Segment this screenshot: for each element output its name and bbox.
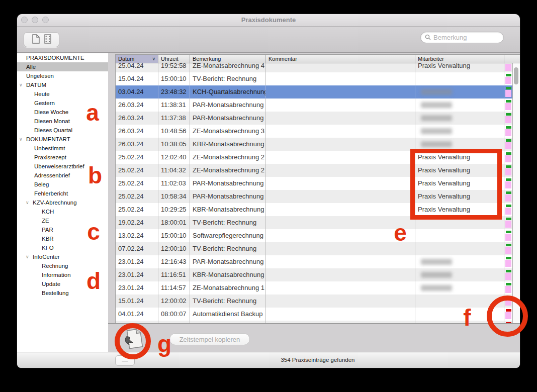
cell-uhrzeit: 12:00:10 (158, 242, 190, 255)
table-header: Datum∨UhrzeitBemerkungKommentarMitarbeit… (116, 54, 520, 63)
view-mode-control (24, 32, 59, 47)
sidebar-item-information[interactable]: Information (17, 270, 108, 279)
copy-timestamp-button[interactable]: Zeitstempel kopieren (169, 333, 250, 345)
cell-kommentar (266, 229, 415, 242)
table-row[interactable]: 15.04.2415:00:10TV-Bericht: Rechnung (116, 72, 512, 85)
table-row[interactable]: 25.02.2410:58:34PAR-MonatsabrechnungPrax… (116, 190, 512, 203)
document-view-icon[interactable] (32, 34, 40, 46)
status-badge (504, 255, 512, 268)
sidebar-item-label: Beleg (34, 181, 49, 187)
pink-status-square (505, 168, 511, 175)
cell-mitarbeiter (415, 72, 504, 85)
cell-mitarbeiter: Praxis Verwaltung (415, 177, 504, 190)
sidebar-item-diese-woche[interactable]: Diese Woche (17, 108, 108, 117)
sidebar-item-par[interactable]: PAR (17, 225, 108, 234)
copy-document-icon[interactable] (121, 326, 147, 354)
sidebar-item-praxisdokumente[interactable]: PRAXISDOKUMENTE (17, 53, 108, 62)
filmstrip-view-icon[interactable] (44, 34, 51, 46)
scrollbar-thumb[interactable] (514, 67, 518, 84)
chevron-down-icon[interactable]: ∨ (26, 198, 29, 207)
status-badge (504, 177, 512, 190)
cell-datum: 25.02.24 (116, 151, 158, 164)
sidebar-item-dieses-quartal[interactable]: Dieses Quartal (17, 126, 108, 135)
table-row[interactable]: 19.02.2418:00:01TV-Bericht: Rechnung (116, 216, 512, 229)
app-window: Praxisdokumente (17, 14, 520, 368)
cell-uhrzeit: 15:00:10 (158, 229, 190, 242)
close-window-icon[interactable] (21, 17, 28, 23)
sidebar-item-kbr[interactable]: KBR (17, 234, 108, 243)
sidebar-item-ungelesen[interactable]: Ungelesen (17, 71, 108, 80)
sidebar-item--berweiserarztbrief[interactable]: Überweiserarztbrief (17, 162, 108, 171)
table-rows-viewport: 25.04.2419:52:58ZE-Monatsabrechnung 4Pra… (116, 63, 512, 323)
cell-datum: 07.02.24 (116, 242, 158, 255)
column-header-mitarbeiter[interactable]: Mitarbeiter (415, 55, 504, 63)
scrollbar-track[interactable] (512, 63, 520, 323)
cell-kommentar (266, 151, 415, 164)
sidebar-item-diesen-monat[interactable]: Diesen Monat (17, 117, 108, 126)
cell-bemerkung: KBR-Monatsabrechnung (190, 203, 266, 216)
sidebar-item-fehlerbericht[interactable]: Fehlerbericht (17, 189, 108, 198)
table-row[interactable]: 25.02.2411:02:03PAR-MonatsabrechnungPrax… (116, 177, 512, 190)
table-row[interactable]: 15.01.2412:00:02TV-Bericht: Rechnung (116, 295, 512, 308)
cell-datum: 26.03.24 (116, 125, 158, 138)
status-text: 354 Praxiseinträge gefunden (116, 357, 520, 363)
sidebar-item-kzv-abrechnung[interactable]: ∨KZV-Abrechnung (17, 198, 108, 207)
cell-uhrzeit: 10:48:56 (158, 125, 190, 138)
sidebar-item-beleg[interactable]: Beleg (17, 180, 108, 189)
sidebar-item-rechnung[interactable]: Rechnung (17, 261, 108, 270)
table-row[interactable]: 26.03.2410:48:56ZE-Monatsabrechnung 3 (116, 125, 512, 138)
column-header-uhrzeit[interactable]: Uhrzeit (158, 55, 190, 63)
table-row[interactable]: 25.02.2412:02:40ZE-Monatsabrechnung 2Pra… (116, 151, 512, 164)
table-row[interactable]: 04.01.2408:00:07Automatikdienst Backup (116, 308, 512, 321)
column-header-kommentar[interactable]: Kommentar (266, 55, 415, 63)
sidebar-item-update[interactable]: Update (17, 279, 108, 288)
cell-kommentar (266, 190, 415, 203)
titlebar: Praxisdokumente (17, 14, 520, 27)
status-badge (504, 112, 512, 125)
table-row[interactable]: 23.01.2412:16:43PAR-Monatsabrechnung (116, 255, 512, 268)
cell-uhrzeit: 11:02:03 (158, 177, 190, 190)
column-header-datum[interactable]: Datum∨ (116, 55, 158, 63)
table-row[interactable]: 13.02.2415:00:10Softwarepflegerechnung (116, 229, 512, 242)
table-row[interactable]: 25.04.2419:52:58ZE-Monatsabrechnung 4Pra… (116, 63, 512, 72)
sidebar-item-datum[interactable]: ∨DATUM (17, 80, 108, 89)
sidebar-item-alle[interactable]: Alle (17, 62, 108, 71)
table-row[interactable]: 26.03.2411:37:38PAR-Monatsabrechnung (116, 112, 512, 125)
cell-uhrzeit: 19:52:58 (158, 63, 190, 72)
green-status-dash (506, 205, 511, 207)
chevron-down-icon[interactable]: ∨ (26, 252, 29, 261)
zoom-window-icon[interactable] (42, 17, 49, 23)
search-input[interactable] (433, 34, 520, 41)
column-header-spacer (512, 55, 520, 63)
minimize-window-icon[interactable] (32, 17, 38, 23)
chevron-down-icon[interactable]: ∨ (19, 135, 23, 144)
sidebar-item-bestellung[interactable]: Bestellung (17, 288, 108, 298)
sidebar-item-label: Fehlerbericht (34, 190, 68, 197)
sidebar-item-infocenter[interactable]: ∨InfoCenter (17, 252, 108, 261)
sidebar-item-kfo[interactable]: KFO (17, 243, 108, 252)
cell-uhrzeit: 10:29:25 (158, 203, 190, 216)
table-row[interactable]: 26.03.2411:38:31PAR-Monatsabrechnung (116, 99, 512, 112)
table-row[interactable]: 26.03.2410:38:05KBR-Monatsabrechnung (116, 138, 512, 151)
sidebar-item-ze[interactable]: ZE (17, 216, 108, 225)
table-row[interactable]: 03.04.2423:48:32KCH-Quartalsabrechnung (116, 85, 512, 99)
toolbar (17, 27, 520, 53)
sidebar-item-adressenbrief[interactable]: Adressenbrief (17, 171, 108, 180)
chevron-down-icon[interactable]: ∨ (19, 80, 23, 89)
status-badge (504, 203, 512, 216)
sidebar-item-label: Rechnung (42, 263, 68, 269)
table-row[interactable]: 25.02.2411:04:32ZE-Monatsabrechnung 2Pra… (116, 164, 512, 177)
sidebar-item-unbestimmt[interactable]: Unbestimmt (17, 144, 108, 153)
sidebar-item-dokumentart[interactable]: ∨DOKUMENTART (17, 135, 108, 144)
sidebar-item-heute[interactable]: Heute (17, 89, 108, 99)
sidebar-item-gestern[interactable]: Gestern (17, 99, 108, 108)
sidebar-item-praxisrezept[interactable]: Praxisrezept (17, 153, 108, 162)
table-row[interactable]: 25.02.2410:29:25KBR-MonatsabrechnungPrax… (116, 203, 512, 216)
sidebar-item-label: DOKUMENTART (26, 136, 70, 142)
table-row[interactable]: 07.02.2412:00:10TV-Bericht: Rechnung (116, 242, 512, 255)
table-row[interactable]: 23.01.2411:16:51KBR-Monatsabrechnung (116, 268, 512, 281)
column-header-bemerkung[interactable]: Bemerkung (190, 55, 266, 63)
status-badge (504, 63, 512, 72)
sidebar-item-kch[interactable]: KCH (17, 207, 108, 216)
table-row[interactable]: 23.01.2411:14:57ZE-Monatsabrechnung 1 (116, 281, 512, 295)
